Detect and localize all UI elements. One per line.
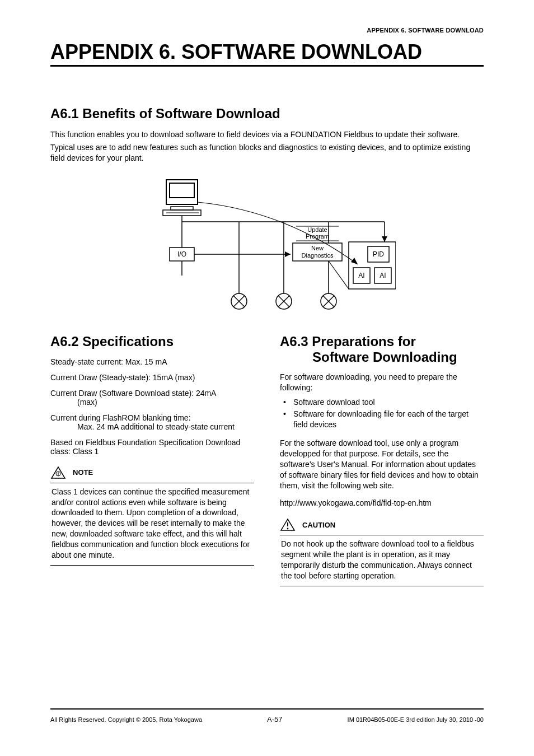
section-a6-1-heading: A6.1 Benefits of Software Download [50, 106, 484, 122]
list-item: Software download tool [293, 397, 484, 408]
network-diagram-svg: I/O Update Program New Diagnostics PID A… [138, 177, 396, 311]
caution-block: CAUTION Do not hook up the software down… [280, 518, 484, 586]
page-footer: All Rights Reserved. Copyright © 2005, R… [50, 708, 484, 724]
spec-flashrom: Current during FlashROM blanking time: M… [50, 413, 254, 431]
spec-current-draw-steady: Current Draw (Steady-state): 15mA (max) [50, 373, 254, 382]
svg-marker-15 [285, 251, 291, 257]
svg-text:PID: PID [373, 250, 384, 258]
svg-text:Diagnostics: Diagnostics [302, 252, 334, 259]
svg-text:AI: AI [358, 272, 364, 279]
note-block: NOTE Class 1 devices can continue the sp… [50, 466, 254, 566]
note-label: NOTE [73, 468, 93, 477]
right-column: A6.3 Preparations for Software Downloadi… [280, 334, 484, 586]
running-header: APPENDIX 6. SOFTWARE DOWNLOAD [50, 27, 484, 34]
caution-label: CAUTION [302, 521, 335, 529]
section-a6-3-heading: A6.3 Preparations for Software Downloadi… [280, 334, 484, 365]
section-a6-2-heading: A6.2 Specifications [50, 334, 254, 349]
note-text: Class 1 devices can continue the specifi… [50, 487, 254, 561]
note-icon [50, 466, 66, 479]
svg-text:New: New [311, 245, 324, 251]
section-a6-3-p2: For the software download tool, use only… [280, 438, 484, 491]
svg-text:AI: AI [380, 272, 386, 279]
svg-point-46 [287, 528, 289, 530]
section-a6-3-p1: For software downloading, you need to pr… [280, 372, 484, 393]
spec-current-draw-download: Current Draw (Software Download state): … [50, 389, 254, 407]
svg-rect-1 [170, 183, 194, 198]
svg-text:Update: Update [307, 226, 327, 233]
svg-line-30 [329, 261, 349, 289]
prep-list: Software download tool Software for down… [280, 397, 484, 430]
spec-steady-state: Steady-state current: Max. 15 mA [50, 357, 254, 366]
svg-rect-2 [171, 207, 193, 210]
diagram: I/O Update Program New Diagnostics PID A… [50, 177, 484, 311]
page-title: APPENDIX 6. SOFTWARE DOWNLOAD [50, 40, 484, 67]
caution-text: Do not hook up the software download too… [280, 539, 484, 581]
left-column: A6.2 Specifications Steady-state current… [50, 334, 254, 586]
footer-copyright: All Rights Reserved. Copyright © 2005, R… [50, 716, 202, 723]
footer-docid: IM 01R04B05-00E-E 3rd edition July 30, 2… [348, 716, 484, 723]
url-text: http://www.yokogawa.com/fld/fld-top-en.h… [280, 498, 484, 508]
spec-class: Based on Fieldbus Foundation Specificati… [50, 438, 254, 456]
section-a6-1-p1: This function enables you to download so… [50, 129, 484, 140]
diagram-io-label: I/O [177, 250, 186, 258]
svg-marker-12 [382, 236, 387, 242]
caution-icon [280, 518, 296, 531]
section-a6-1-p2: Typical uses are to add new features suc… [50, 142, 484, 164]
list-item: Software for downloading file for each o… [293, 409, 484, 430]
footer-page-number: A-57 [267, 715, 282, 724]
